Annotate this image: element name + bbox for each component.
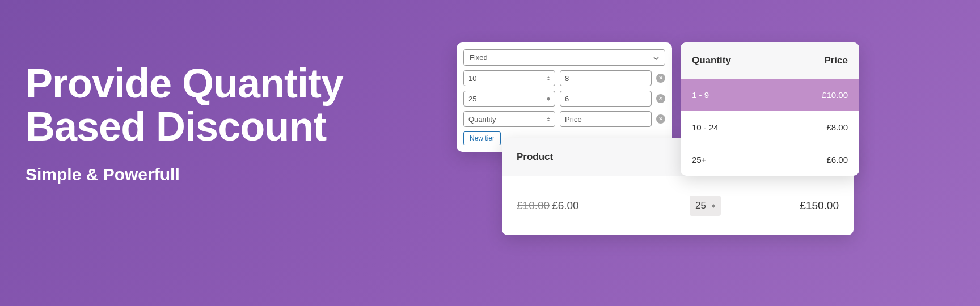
tier-price-input[interactable]: 6: [560, 91, 652, 107]
new-price: £6.00: [552, 199, 579, 211]
quantity-stepper[interactable]: 25: [690, 196, 721, 216]
discount-type-select[interactable]: Fixed: [463, 49, 665, 66]
price-tier-row[interactable]: 25+ £6.00: [681, 143, 859, 176]
stepper-icon[interactable]: [547, 117, 550, 121]
discount-type-value: Fixed: [470, 53, 488, 62]
cart-unit-price: £10.00£6.00: [517, 199, 653, 212]
pt-header-price: Price: [824, 55, 848, 66]
pt-header-qty: Quantity: [692, 55, 731, 66]
remove-tier-icon[interactable]: ✕: [656, 94, 665, 103]
stepper-icon[interactable]: [547, 76, 550, 80]
tier-qty-input[interactable]: 25: [463, 91, 555, 107]
qty-value: 25: [695, 200, 706, 211]
tier-price: £8.00: [826, 122, 848, 132]
hero-subtitle: Simple & Powerfull: [26, 165, 343, 184]
remove-tier-icon[interactable]: ✕: [656, 74, 665, 83]
cart-row: £10.00£6.00 25 £150.00: [502, 176, 854, 235]
hero-title-line1: Provide Quantity: [26, 62, 343, 105]
tier-price-input[interactable]: Price: [560, 111, 652, 127]
tier-row: 10 8 ✕: [463, 70, 665, 86]
chevron-down-icon: [653, 53, 659, 62]
price-tier-row[interactable]: 10 - 24 £8.00: [681, 111, 859, 143]
tier-row: 25 6 ✕: [463, 91, 665, 107]
tier-range: 25+: [692, 155, 706, 164]
tier-qty-input[interactable]: 10: [463, 70, 555, 86]
new-tier-button[interactable]: New tier: [463, 131, 501, 145]
cart-header-product: Product: [517, 151, 653, 163]
tier-price-input[interactable]: 8: [560, 70, 652, 86]
price-table-card: Quantity Price 1 - 9 £10.00 10 - 24 £8.0…: [681, 42, 859, 176]
tier-price: £6.00: [826, 155, 848, 164]
price-table-header: Quantity Price: [681, 42, 859, 79]
cart-total: £150.00: [721, 199, 839, 212]
tier-row: Quantity Price ✕: [463, 111, 665, 127]
tier-qty-input[interactable]: Quantity: [463, 111, 555, 127]
tier-range: 10 - 24: [692, 122, 719, 132]
stepper-icon[interactable]: [712, 204, 715, 208]
tier-price: £10.00: [822, 90, 848, 100]
stepper-icon[interactable]: [547, 97, 550, 101]
remove-tier-icon[interactable]: ✕: [656, 114, 665, 124]
tier-range: 1 - 9: [692, 90, 709, 100]
hero-title-line2: Based Discount: [26, 105, 343, 148]
old-price: £10.00: [517, 199, 550, 211]
price-tier-row[interactable]: 1 - 9 £10.00: [681, 79, 859, 111]
settings-card: Fixed 10 8 ✕ 25 6 ✕ Quantity Price: [457, 42, 672, 152]
hero-title: Provide Quantity Based Discount: [26, 62, 343, 148]
